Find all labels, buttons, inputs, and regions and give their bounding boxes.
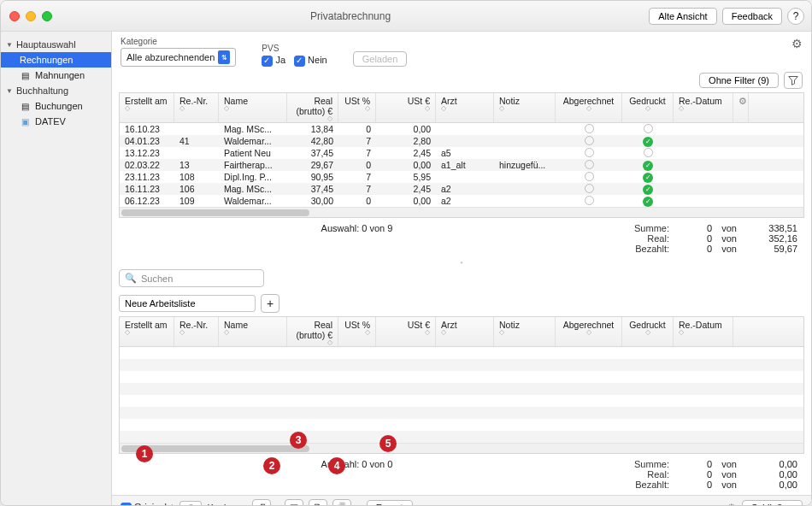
cell: 90,95: [287, 172, 338, 182]
summe-label: Summe:: [622, 459, 669, 469]
table-row[interactable]: 23.11.23108Dipl.Ing. P...90,9575,95✓: [120, 171, 803, 183]
sidebar-item-mahnungen[interactable]: ▤Mahnungen: [1, 68, 111, 83]
sidebar-item-datev[interactable]: ▣DATEV: [1, 114, 111, 129]
horizontal-scrollbar[interactable]: [120, 443, 803, 453]
document-icon: ▤: [20, 70, 30, 80]
window-controls: [1, 11, 52, 21]
checkbox[interactable]: [121, 503, 132, 506]
th-real[interactable]: Real (brutto) €◇: [287, 93, 338, 122]
table-row[interactable]: 02.03.2213Fairtherap...29,6700,00a1_alth…: [120, 159, 803, 171]
cell-abgerechnet: [556, 172, 622, 183]
mail-button[interactable]: ✉: [285, 499, 303, 506]
th-arzt[interactable]: Arzt◇: [436, 93, 494, 122]
cell: 04.01.23: [120, 136, 174, 146]
table-row[interactable]: 06.12.23109Waldemar...30,0000,00a2✓: [120, 195, 803, 207]
th-renr[interactable]: Re.-Nr.◇: [174, 317, 219, 346]
filter-icon[interactable]: [784, 72, 803, 89]
th-gear[interactable]: ⚙: [733, 93, 749, 122]
folder-icon: ▣: [20, 116, 30, 126]
geladen-button[interactable]: Geladen: [353, 51, 408, 67]
export-button[interactable]: Export: [367, 500, 413, 506]
add-worklist-button[interactable]: +: [261, 294, 279, 313]
th-renr[interactable]: Re.-Nr.◇: [174, 93, 219, 122]
th-redatum[interactable]: Re.-Datum◇: [674, 317, 733, 346]
cell: 30,00: [287, 196, 338, 206]
close-icon[interactable]: [9, 11, 20, 21]
callout-4: 4: [328, 457, 345, 474]
th-gedruckt[interactable]: Gedruckt◇: [622, 93, 674, 122]
chevron-down-icon: ▼: [6, 41, 13, 49]
cell: 13,84: [287, 124, 338, 134]
horizontal-scrollbar[interactable]: [120, 207, 803, 217]
th-abgerechnet[interactable]: Abgerechnet◇: [556, 93, 622, 122]
cell-abgerechnet: [556, 184, 622, 195]
th-uste[interactable]: USt €◇: [376, 93, 436, 122]
cell: hinzugefü...: [494, 160, 556, 170]
sidebar-item-rechnungen[interactable]: Rechnungen: [1, 52, 111, 68]
sidebar-item-buchungen[interactable]: ▤Buchungen: [1, 98, 111, 114]
th-arzt[interactable]: Arzt◇: [436, 317, 494, 346]
search-input[interactable]: 🔍Suchen: [119, 269, 264, 287]
th-name[interactable]: Name◇: [219, 93, 287, 122]
pvs-nein-checkbox[interactable]: Nein: [294, 55, 327, 67]
worklist-name-input[interactable]: [119, 295, 256, 312]
th-abgerechnet[interactable]: Abgerechnet◇: [556, 317, 622, 346]
ohne-filter-button[interactable]: Ohne Filter (9): [699, 73, 779, 88]
real-label: Real:: [622, 233, 669, 244]
summe-b: 0,00: [746, 459, 797, 469]
checkbox-label: Ja: [275, 55, 285, 65]
sidebar-group-buchhaltung[interactable]: ▼Buchhaltung: [1, 83, 111, 98]
document-button[interactable]: 🗎: [309, 499, 327, 506]
th-uste[interactable]: USt €◇: [376, 317, 436, 346]
th-ustp[interactable]: USt %◇: [338, 317, 376, 346]
th-real[interactable]: Real (brutto) €◇: [287, 317, 338, 346]
th-ustp[interactable]: USt %◇: [338, 93, 376, 122]
cell-gedruckt: [622, 124, 674, 135]
kopien-count[interactable]: 0: [179, 501, 202, 506]
th-gedruckt[interactable]: Gedruckt◇: [622, 317, 674, 346]
checkbox[interactable]: [262, 56, 273, 67]
real-b: 352,16: [746, 233, 797, 244]
checkbox[interactable]: [294, 56, 305, 67]
table-row[interactable]: 13.12.23Patient Neu37,4572,45a5: [120, 147, 803, 159]
scroll-thumb[interactable]: [121, 209, 309, 216]
feedback-button[interactable]: Feedback: [722, 8, 782, 25]
settings-gear-icon[interactable]: ⚙: [791, 37, 803, 50]
cell: 37,45: [287, 184, 338, 194]
original-checkbox[interactable]: Original +: [121, 502, 174, 506]
pvs-ja-checkbox[interactable]: Ja: [262, 55, 285, 67]
th-notiz[interactable]: Notiz◇: [494, 317, 556, 346]
fax-button[interactable]: 📠: [332, 499, 351, 506]
th-name[interactable]: Name◇: [219, 317, 287, 346]
schliessen-button[interactable]: Schließen: [742, 500, 803, 506]
alte-ansicht-button[interactable]: Alte Ansicht: [649, 8, 716, 25]
summary-upper: Auswahl: 0 von 9 Summe:0von338,51 Real:0…: [112, 218, 811, 259]
checkbox-label: Nein: [308, 55, 327, 65]
footer-gear-icon[interactable]: ⚙: [727, 502, 737, 507]
th-redatum[interactable]: Re.-Datum◇: [674, 93, 733, 122]
bezahlt-b: 0,00: [746, 480, 797, 490]
cell: 37,45: [287, 148, 338, 158]
th-erstellt[interactable]: Erstellt am◇: [120, 93, 174, 122]
kategorie-select[interactable]: Alle abzurechnenden⇅: [121, 48, 236, 67]
cell: 16.10.23: [120, 124, 174, 134]
sidebar-group-hauptauswahl[interactable]: ▼Hauptauswahl: [1, 37, 111, 52]
empty-table-body: [120, 347, 803, 443]
cell-gedruckt: ✓: [622, 171, 674, 183]
cell: 2,45: [376, 184, 436, 194]
sidebar-item-label: DATEV: [35, 116, 66, 126]
th-erstellt[interactable]: Erstellt am◇: [120, 317, 174, 346]
table-row[interactable]: 04.01.2341Waldemar...42,8072,80✓: [120, 135, 803, 147]
table-row[interactable]: 16.11.23106Mag. MSc...37,4572,45a2✓: [120, 183, 803, 195]
search-placeholder: Suchen: [141, 274, 173, 284]
th-notiz[interactable]: Notiz◇: [494, 93, 556, 122]
maximize-icon[interactable]: [42, 11, 52, 21]
real-b: 0,00: [746, 469, 797, 480]
help-button[interactable]: ?: [787, 8, 804, 25]
bezahlt-b: 59,67: [746, 244, 797, 254]
table-row[interactable]: 16.10.23Mag. MSc...13,8400,00: [120, 123, 803, 135]
real-a: 0: [669, 469, 712, 480]
cell: Dipl.Ing. P...: [219, 172, 287, 182]
minimize-icon[interactable]: [26, 11, 36, 21]
print-button[interactable]: 🖨: [252, 499, 271, 506]
